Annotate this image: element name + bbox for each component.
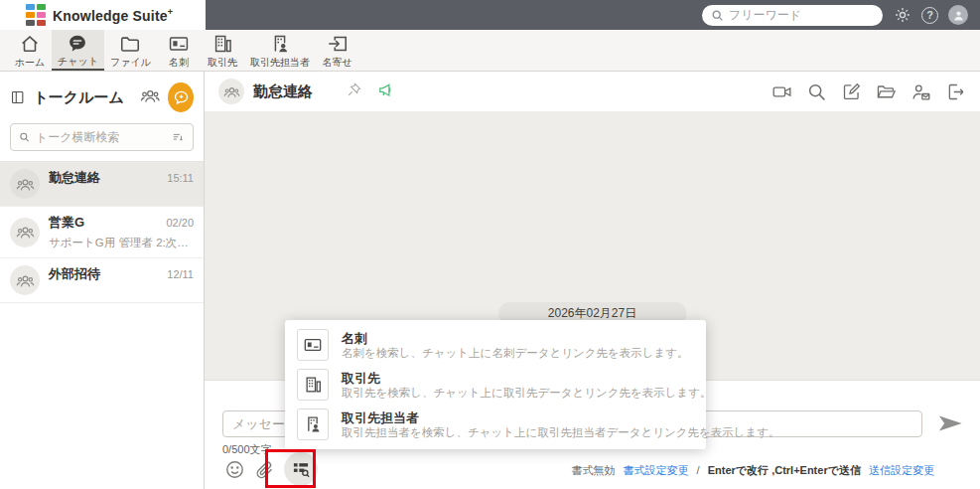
nav-label: 名刺 bbox=[169, 56, 189, 70]
chat-room-title: 勤怠連絡 bbox=[253, 82, 313, 101]
send-icon[interactable] bbox=[936, 409, 964, 437]
chat-actions bbox=[771, 82, 966, 102]
top-bar: Knowledge Suite+ ? bbox=[0, 0, 980, 30]
content-area: トークルーム bbox=[0, 72, 980, 489]
sidebar-title: トークルーム bbox=[33, 88, 123, 107]
megaphone-icon[interactable] bbox=[377, 81, 396, 103]
brand-area: Knowledge Suite+ bbox=[0, 0, 206, 30]
sort-filter-icon[interactable] bbox=[172, 129, 185, 145]
video-call-icon[interactable] bbox=[771, 82, 792, 102]
popup-item-texts: 取引先 取引先を検索し、チャット上に取引先データとリンク先を表示します。 bbox=[342, 371, 694, 400]
group-avatar bbox=[10, 265, 40, 295]
popup-item-title: 取引先担当者 bbox=[342, 410, 694, 425]
room-time: 12/11 bbox=[167, 268, 194, 280]
new-chat-button[interactable] bbox=[168, 82, 194, 112]
room-info: 勤怠連絡 15:11 bbox=[49, 169, 194, 199]
top-bar-right: ? bbox=[206, 0, 980, 30]
popup-item-description: 取引先担当者を検索し、チャット上に取引先担当者データとリンク先を表示します。 bbox=[342, 425, 694, 439]
main-nav: ホーム チャット ファイル 名刺 取引先 取引先担当者 名寄せ bbox=[0, 30, 980, 72]
sidebar-header: トークルーム bbox=[0, 72, 204, 117]
invite-member-icon[interactable] bbox=[910, 82, 931, 102]
room-item-gaibu[interactable]: 外部招待 12/11 bbox=[0, 258, 204, 303]
building-person-icon bbox=[269, 33, 291, 55]
leave-room-icon[interactable] bbox=[945, 82, 966, 102]
search-icon bbox=[19, 130, 30, 144]
group-avatar bbox=[218, 79, 244, 104]
room-name: 外部招待 bbox=[49, 265, 100, 283]
app-window: Knowledge Suite+ ? ホーム チャット bbox=[0, 0, 980, 489]
popup-item-business-card[interactable]: 名刺 名刺を検索し、チャット上に名刺データとリンク先を表示します。 bbox=[285, 325, 706, 365]
chat-header: 勤怠連絡 bbox=[205, 72, 980, 111]
room-last-message: サポートG用 管理者 2:次回の営業... bbox=[49, 236, 194, 250]
group-avatar bbox=[10, 218, 40, 247]
app-title-plus: + bbox=[168, 7, 173, 17]
attachment-icon[interactable] bbox=[254, 459, 275, 480]
group-avatar bbox=[10, 169, 40, 199]
data-search-icon bbox=[291, 459, 311, 479]
room-name: 勤怠連絡 bbox=[49, 169, 100, 187]
nav-item-chat[interactable]: チャット bbox=[52, 30, 104, 71]
data-link-button[interactable] bbox=[284, 452, 318, 486]
send-settings-link[interactable]: 送信設定変更 bbox=[869, 464, 934, 476]
compose-note-icon[interactable] bbox=[841, 82, 862, 102]
business-card-icon bbox=[168, 33, 190, 55]
popup-item-title: 取引先 bbox=[342, 371, 694, 386]
room-search[interactable] bbox=[10, 123, 194, 151]
popup-item-description: 取引先を検索し、チャット上に取引先データとリンク先を表示します。 bbox=[342, 386, 694, 400]
person-icon bbox=[952, 9, 965, 22]
room-item-eigyo[interactable]: 営業G 02/20 サポートG用 管理者 2:次回の営業... bbox=[0, 207, 204, 258]
talk-room-sidebar: トークルーム bbox=[0, 72, 205, 489]
help-glyph: ? bbox=[926, 9, 933, 21]
room-time: 02/20 bbox=[166, 217, 194, 229]
nav-item-business-card[interactable]: 名刺 bbox=[157, 30, 201, 71]
nav-item-files[interactable]: ファイル bbox=[104, 30, 157, 71]
nav-item-home[interactable]: ホーム bbox=[8, 30, 52, 71]
nav-item-name-merge[interactable]: 名寄せ bbox=[316, 30, 359, 71]
settings-gear-icon[interactable] bbox=[893, 6, 911, 25]
popup-item-account[interactable]: 取引先 取引先を検索し、チャット上に取引先データとリンク先を表示します。 bbox=[285, 365, 706, 405]
business-card-icon bbox=[297, 329, 329, 361]
popup-item-description: 名刺を検索し、チャット上に名刺データとリンク先を表示します。 bbox=[342, 346, 689, 360]
app-title: Knowledge Suite+ bbox=[53, 7, 173, 24]
composer: 0/500文字 書式無効 書式設定変更 / Enterで改行 ,Ctrl+Ent… bbox=[205, 380, 980, 489]
building-icon bbox=[211, 33, 233, 55]
room-info: 外部招待 12/11 bbox=[49, 265, 194, 295]
nav-label: チャット bbox=[58, 55, 98, 69]
building-person-icon bbox=[297, 408, 329, 440]
composer-tools bbox=[224, 451, 318, 487]
shared-folder-icon[interactable] bbox=[876, 82, 897, 102]
popup-item-account-contact[interactable]: 取引先担当者 取引先担当者を検索し、チャット上に取引先担当者データとリンク先を表… bbox=[285, 405, 706, 444]
room-search-input[interactable] bbox=[36, 130, 166, 144]
composer-hints: 書式無効 書式設定変更 / Enterで改行 ,Ctrl+Enterで送信 送信… bbox=[571, 463, 934, 478]
search-in-chat-icon[interactable] bbox=[806, 82, 827, 102]
format-status: 書式無効 bbox=[571, 464, 615, 476]
chat-panel: 勤怠連絡 2026年02月27日 bbox=[205, 72, 980, 489]
pin-icon[interactable] bbox=[346, 82, 362, 102]
send-hint: Enterで改行 ,Ctrl+Enterで送信 bbox=[708, 464, 861, 476]
room-item-kintai[interactable]: 勤怠連絡 15:11 bbox=[0, 162, 204, 207]
data-link-popup: 名刺 名刺を検索し、チャット上に名刺データとリンク先を表示します。 取引先 取引… bbox=[285, 320, 706, 449]
members-icon[interactable] bbox=[140, 85, 161, 109]
nav-label: ホーム bbox=[15, 56, 45, 70]
chat-plus-icon bbox=[173, 89, 190, 106]
nav-item-account[interactable]: 取引先 bbox=[201, 30, 244, 71]
help-icon[interactable]: ? bbox=[921, 7, 938, 24]
knowledge-suite-logo bbox=[26, 4, 46, 26]
nav-label: 取引先担当者 bbox=[250, 56, 310, 70]
user-avatar[interactable] bbox=[948, 5, 968, 25]
format-settings-link[interactable]: 書式設定変更 bbox=[624, 464, 689, 476]
nav-item-account-contact[interactable]: 取引先担当者 bbox=[244, 30, 316, 71]
app-title-text: Knowledge Suite bbox=[53, 7, 168, 23]
home-icon bbox=[19, 33, 41, 55]
nav-label: 名寄せ bbox=[323, 56, 352, 70]
room-time: 15:11 bbox=[167, 172, 194, 184]
nav-label: 取引先 bbox=[208, 56, 237, 70]
popup-item-title: 名刺 bbox=[342, 331, 689, 346]
emoji-icon[interactable] bbox=[224, 459, 245, 480]
room-name: 営業G bbox=[49, 214, 84, 232]
room-door-icon bbox=[10, 88, 25, 106]
global-search-input[interactable] bbox=[729, 8, 874, 22]
popup-item-texts: 取引先担当者 取引先担当者を検索し、チャット上に取引先担当者データとリンク先を表… bbox=[342, 410, 694, 439]
folder-icon bbox=[119, 33, 141, 55]
global-search[interactable] bbox=[702, 5, 883, 26]
